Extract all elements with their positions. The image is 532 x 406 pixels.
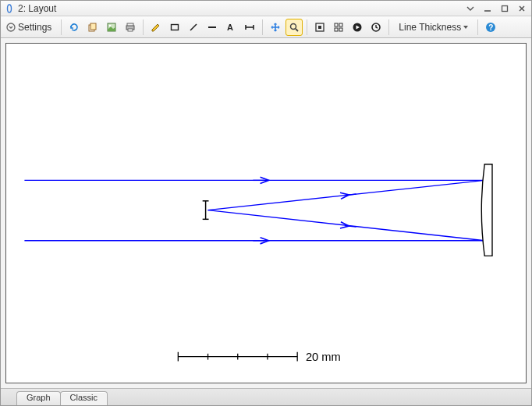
pan-icon[interactable]	[267, 19, 284, 36]
svg-point-7	[109, 24, 112, 26]
svg-text:A: A	[227, 23, 233, 32]
copy-icon[interactable]	[84, 19, 101, 36]
svg-rect-10	[128, 29, 133, 31]
measure-icon[interactable]	[241, 19, 258, 36]
svg-rect-24	[335, 28, 338, 31]
layout-canvas[interactable]: 20 mm	[5, 43, 527, 383]
tab-classic[interactable]: Classic	[60, 391, 108, 405]
tabbar: Graph Classic	[1, 388, 531, 405]
svg-point-3	[7, 23, 15, 31]
line-thickness-dropdown[interactable]: Line Thickness	[393, 19, 473, 36]
svg-point-0	[8, 5, 12, 12]
tab-graph[interactable]: Graph	[16, 391, 61, 405]
ray-group	[24, 180, 484, 240]
canvas-area: 20 mm	[1, 38, 531, 388]
chevron-down-icon	[463, 26, 468, 29]
svg-rect-23	[339, 23, 342, 26]
svg-rect-22	[335, 23, 338, 26]
settings-button[interactable]: Settings	[4, 19, 57, 36]
svg-rect-11	[172, 24, 179, 30]
line-thickness-label: Line Thickness	[399, 22, 461, 33]
text-tool-icon[interactable]: A	[222, 19, 239, 36]
focal-plane-marker	[203, 201, 209, 220]
print-icon[interactable]	[122, 19, 139, 36]
app-icon	[4, 3, 15, 14]
scalebar-label: 20 mm	[306, 351, 341, 363]
pencil-icon[interactable]	[147, 19, 165, 36]
svg-rect-25	[339, 28, 342, 31]
fit-icon[interactable]	[311, 19, 328, 36]
play-icon[interactable]	[349, 19, 366, 36]
rectangle-tool-icon[interactable]	[166, 19, 183, 36]
minimize-button[interactable]	[481, 3, 494, 14]
mirror-optic	[481, 164, 492, 256]
line-tool-icon[interactable]	[185, 19, 202, 36]
titlebar: 2: Layout	[1, 1, 531, 16]
svg-point-18	[291, 23, 296, 29]
window-dropdown-icon[interactable]	[464, 3, 477, 14]
layout-drawing: 20 mm	[6, 44, 526, 383]
svg-line-19	[296, 29, 298, 31]
scalebar	[178, 352, 297, 362]
save-image-icon[interactable]	[103, 19, 120, 36]
help-icon[interactable]: ?	[482, 19, 499, 36]
svg-rect-21	[318, 26, 321, 29]
zoom-icon[interactable]	[286, 19, 303, 36]
svg-rect-5	[90, 23, 96, 30]
settings-label: Settings	[18, 22, 51, 33]
window-title: 2: Layout	[18, 3, 56, 14]
svg-line-12	[190, 24, 197, 30]
svg-text:?: ?	[488, 23, 493, 31]
dash-icon[interactable]	[204, 19, 221, 36]
close-button[interactable]	[516, 3, 528, 14]
toolbar: Settings A	[1, 16, 531, 38]
grid-icon[interactable]	[330, 19, 347, 36]
svg-rect-2	[502, 5, 508, 11]
clock-icon[interactable]	[367, 19, 385, 36]
maximize-button[interactable]	[498, 3, 511, 14]
refresh-icon[interactable]	[66, 19, 83, 36]
